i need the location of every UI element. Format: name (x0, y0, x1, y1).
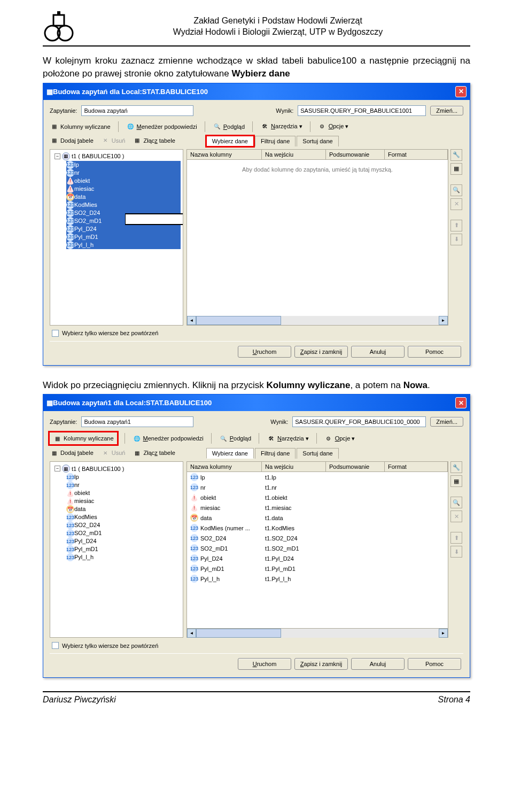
anuluj-button[interactable]: Anuluj (351, 658, 405, 670)
col-header-wejscie[interactable]: Na wejściu (262, 462, 326, 471)
close-icon[interactable]: ✕ (455, 397, 467, 408)
tree-root-node[interactable]: −▦t1 ( BABULICE100 ) (52, 152, 181, 161)
properties-button[interactable]: 🔧 (450, 149, 462, 161)
tree-item[interactable]: 123Pyl_l_h (66, 553, 181, 561)
expander-icon[interactable]: − (55, 466, 60, 471)
tree-item[interactable]: 123lp (66, 473, 181, 481)
tree-item[interactable]: 123KodMies (66, 513, 181, 521)
tree-item[interactable]: 📅data (66, 505, 181, 513)
tree-item[interactable]: 123Pyl_mD1 (66, 233, 181, 241)
menedzer-button[interactable]: 🌐Menedżer podpowiedzi (126, 122, 197, 131)
titlebar[interactable]: ▦ Budowa zapytań1 dla Local:STAT.BABULIC… (43, 395, 470, 411)
table-row[interactable]: 123KodMies (numer ...t1.KodMies (187, 523, 448, 533)
tree-item[interactable]: 123SO2_D24 (66, 521, 181, 529)
zmien-button[interactable]: Zmień... (430, 106, 463, 115)
zapisz-button[interactable]: Zapisz i zamknij (294, 346, 348, 358)
tree-root-node[interactable]: −▦t1 ( BABULICE100 ) (52, 464, 181, 473)
uruchom-button[interactable]: Uruchom (238, 658, 291, 670)
tab-filtruj-dane[interactable]: Filtruj dane (255, 136, 296, 146)
horizontal-scrollbar[interactable]: ◄ ► (187, 316, 448, 325)
horizontal-scrollbar[interactable]: ◄ ► (187, 628, 448, 637)
kolumny-wyliczane-button[interactable]: ▦Kolumny wyliczane (50, 432, 117, 444)
tab-wybierz-dane[interactable]: Wybierz dane (206, 448, 254, 459)
tree-item[interactable]: 123Pyl_mD1 (66, 545, 181, 553)
col-header-nazwa[interactable]: Nazwa kolumny (187, 462, 262, 471)
tree-item[interactable]: 123KodMies (66, 201, 181, 209)
tree-item[interactable]: !miesiac (66, 185, 181, 193)
tree-item[interactable]: 123Pyl_l_h (66, 241, 181, 249)
tree-item[interactable]: 📅data (66, 193, 181, 201)
distinct-checkbox[interactable] (52, 642, 59, 649)
narzedzia-button[interactable]: 🛠Narzędzia ▾ (267, 434, 309, 443)
zapytanie-input[interactable] (81, 105, 193, 116)
tree-panel[interactable]: −▦t1 ( BABULICE100 ) 123lp123nr!obiekt!m… (50, 461, 183, 638)
narzedzia-button[interactable]: 🛠Narzędzia ▾ (260, 122, 302, 131)
col-header-nazwa[interactable]: Nazwa kolumny (187, 150, 262, 159)
table-row[interactable]: 123nrt1.nr (187, 482, 448, 492)
tree-item[interactable]: 123Pyl_D24 (66, 537, 181, 545)
table-row[interactable]: 123Pyl_l_ht1.Pyl_l_h (187, 574, 448, 584)
expander-icon[interactable]: − (55, 153, 60, 159)
wynik-input[interactable] (292, 416, 426, 427)
tab-sortuj-dane[interactable]: Sortuj dane (297, 448, 338, 459)
tab-sortuj-dane[interactable]: Sortuj dane (297, 136, 338, 146)
options-icon: ⚙ (324, 434, 333, 443)
tree-panel[interactable]: −▦t1 ( BABULICE100 ) 123lp123nr!obiekt!m… (50, 149, 183, 326)
table-row[interactable]: 123Pyl_D24t1.Pyl_D24 (187, 553, 448, 563)
zmien-button[interactable]: Zmień... (430, 417, 463, 427)
opcje-button[interactable]: ⚙Opcje ▾ (324, 434, 355, 443)
kolumny-wyliczane-button[interactable]: ▦Kolumny wyliczane (50, 122, 111, 131)
pomoc-button[interactable]: Pomoc (408, 346, 461, 358)
anuluj-button[interactable]: Anuluj (351, 346, 405, 358)
zlacz-tabele-button[interactable]: ▦Złącz tabele (133, 136, 175, 145)
close-icon[interactable]: ✕ (455, 86, 467, 97)
table-row[interactable]: 123SO2_mD1t1.SO2_mD1 (187, 543, 448, 553)
properties-button[interactable]: 🔧 (450, 461, 462, 473)
tree-item[interactable]: !miesiac (66, 497, 181, 505)
table-row[interactable]: 123SO2_D24t1.SO2_D24 (187, 533, 448, 543)
tools-icon: 🛠 (267, 434, 275, 443)
pomoc-button[interactable]: Pomoc (408, 658, 461, 670)
select-all-button[interactable]: ▦ (450, 163, 462, 175)
dodaj-tabele-button[interactable]: ▦Dodaj tabele (50, 136, 94, 145)
numeric-icon: 123 (190, 524, 198, 532)
tree-item[interactable]: 123nr (66, 481, 181, 489)
scroll-right-icon[interactable]: ► (439, 316, 448, 325)
dodaj-tabele-button[interactable]: ▦Dodaj tabele (50, 448, 94, 457)
zapisz-button[interactable]: Zapisz i zamknij (294, 658, 348, 670)
tab-wybierz-dane[interactable]: Wybierz dane (206, 136, 254, 146)
col-header-format[interactable]: Format (385, 150, 448, 159)
grid-panel[interactable]: Nazwa kolumny Na wejściu Podsumowanie Fo… (186, 461, 448, 638)
tree-item[interactable]: 123nr (66, 169, 181, 177)
move-down-button: ⬇ (450, 546, 462, 558)
table-row[interactable]: !miesiact1.miesiac (187, 502, 448, 513)
uruchom-button[interactable]: Uruchom (238, 346, 291, 358)
tree-item[interactable]: 123lp (66, 161, 181, 169)
col-header-wejscie[interactable]: Na wejściu (262, 150, 326, 159)
select-all-button[interactable]: ▦ (450, 475, 462, 487)
titlebar[interactable]: ▦ Budowa zapytań dla Local:STAT.BABULICE… (43, 83, 470, 100)
table-row[interactable]: 123lpt1.lp (187, 472, 448, 482)
col-header-podsumowanie[interactable]: Podsumowanie (326, 150, 385, 159)
scroll-right-icon[interactable]: ► (439, 629, 448, 638)
table-row[interactable]: !obiektt1.obiekt (187, 492, 448, 502)
zapytanie-input[interactable] (81, 416, 193, 427)
zlacz-tabele-button[interactable]: ▦Złącz tabele (133, 448, 175, 457)
tree-item[interactable]: !obiekt (66, 177, 181, 185)
table-row[interactable]: 123Pyl_mD1t1.Pyl_mD1 (187, 563, 448, 574)
scroll-left-icon[interactable]: ◄ (187, 316, 196, 325)
distinct-checkbox[interactable] (52, 330, 59, 337)
podglad-button[interactable]: 🔍Podgląd (219, 434, 251, 443)
col-header-format[interactable]: Format (385, 462, 448, 471)
col-header-podsumowanie[interactable]: Podsumowanie (326, 462, 385, 471)
menedzer-button[interactable]: 🌐Menedżer podpowiedzi (133, 434, 204, 443)
tab-filtruj-dane[interactable]: Filtruj dane (255, 448, 296, 459)
wynik-input[interactable] (298, 105, 426, 116)
tree-item[interactable]: !obiekt (66, 489, 181, 497)
podglad-button[interactable]: 🔍Podgląd (213, 122, 245, 131)
opcje-button[interactable]: ⚙Opcje ▾ (318, 122, 349, 131)
scroll-left-icon[interactable]: ◄ (187, 629, 196, 638)
tree-item[interactable]: 123SO2_mD1 (66, 529, 181, 537)
table-row[interactable]: 📅datat1.data (187, 513, 448, 523)
grid-panel[interactable]: Nazwa kolumny Na wejściu Podsumowanie Fo… (186, 149, 448, 326)
